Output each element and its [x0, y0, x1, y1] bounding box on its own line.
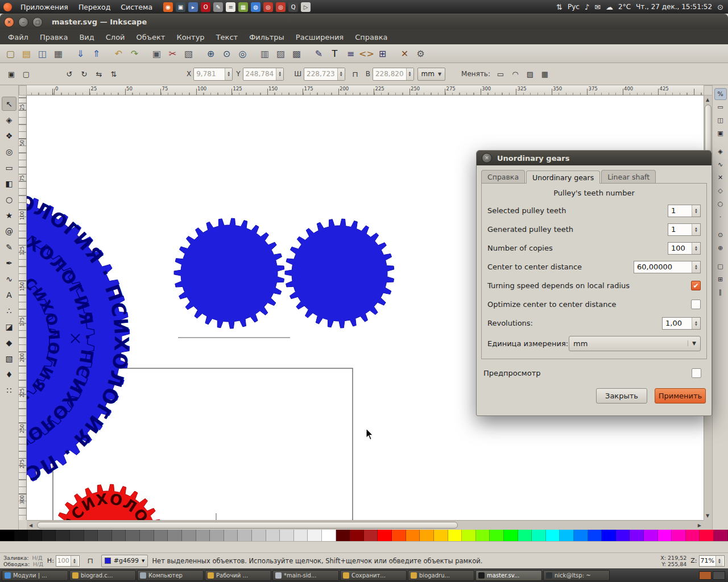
palette-swatch-34[interactable] [476, 530, 490, 541]
palette-swatch-13[interactable] [182, 530, 196, 541]
package-icon[interactable]: ▦ [238, 2, 248, 12]
zoom-drawing-button[interactable]: ⊙ [219, 46, 234, 61]
rotate-ccw-button[interactable]: ↺ [63, 67, 76, 81]
keyboard-layout-indicator[interactable]: Рус [568, 3, 580, 11]
horizontal-ruler[interactable]: 0255075100125150175200225250275300325350… [27, 85, 704, 95]
palette-swatch-8[interactable] [112, 530, 126, 541]
window-close-button[interactable]: ✕ [4, 17, 14, 27]
snap-rotation-centers-toggle[interactable]: ⊕ [714, 242, 727, 254]
close-button[interactable]: Закрыть [596, 388, 647, 404]
palette-swatch-48[interactable] [672, 530, 686, 541]
dialog-titlebar[interactable]: ✕ Unordinary gears [477, 151, 712, 165]
export-button[interactable]: ⇑ [89, 46, 104, 61]
taskbar-window-desktop[interactable]: Рабочий ... [205, 570, 271, 581]
spinner-arrows[interactable]: ▲▼ [692, 261, 700, 273]
palette-swatch-30[interactable] [420, 530, 434, 541]
palette-swatch-9[interactable] [126, 530, 140, 541]
zoom-page-button[interactable]: ◎ [235, 46, 250, 61]
palette-swatch-37[interactable] [518, 530, 532, 541]
palette-swatch-49[interactable] [686, 530, 700, 541]
zoom-selection-button[interactable]: ⊕ [203, 46, 218, 61]
pen-tool[interactable]: ✒ [2, 256, 16, 270]
palette-swatch-36[interactable] [504, 530, 518, 541]
snap-guides-toggle[interactable]: ∥ [714, 286, 727, 298]
snap-paths-toggle[interactable]: ∿ [714, 159, 727, 171]
palette-swatch-31[interactable] [434, 530, 448, 541]
print-button[interactable]: ▦ [51, 46, 66, 61]
palette-swatch-2[interactable] [28, 530, 42, 541]
spinner-arrows[interactable]: ▲▼ [225, 68, 232, 80]
taskbar-window-terminal[interactable]: nick@ltsp: ~ [543, 570, 610, 581]
palette-swatch-21[interactable] [294, 530, 308, 541]
snap-grids-toggle[interactable]: ⊞ [714, 273, 727, 285]
spinner-arrows[interactable]: ▲▼ [692, 318, 700, 329]
connector-tool[interactable]: ∷ [2, 383, 16, 397]
spinner-arrows[interactable]: ▲▼ [692, 224, 700, 235]
window-minimize-button[interactable]: – [18, 17, 28, 27]
palette-swatch-38[interactable] [532, 530, 546, 541]
dialog-checkbox-4[interactable]: ✔ [691, 281, 701, 290]
firefox-icon[interactable]: ◉ [163, 2, 173, 12]
palette-swatch-23[interactable] [322, 530, 336, 541]
panel-menu-2[interactable]: Система [115, 3, 158, 11]
palette-swatch-29[interactable] [406, 530, 420, 541]
dropper-tool[interactable]: ♦ [2, 367, 16, 381]
snap-nodes-toggle[interactable]: ◈ [714, 146, 727, 157]
dialog-tab-0[interactable]: Справка [481, 170, 525, 183]
palette-swatch-4[interactable] [56, 530, 70, 541]
preview-checkbox[interactable] [692, 368, 701, 378]
snap-object-centers-toggle[interactable]: ⊙ [714, 229, 727, 241]
x-spinbox[interactable]: 9,781▲▼ [193, 68, 233, 81]
transform-stroke-toggle[interactable]: ▭ [494, 67, 507, 81]
menubar-item-3[interactable]: Слой [100, 31, 131, 44]
power-icon[interactable]: ⊙ [717, 3, 723, 11]
menubar-item-2[interactable]: Вид [73, 31, 100, 44]
fill-stroke-indicator[interactable]: Заливка:Н/Д Обводка:Н/Д [3, 555, 43, 567]
ellipse-tool[interactable]: ○ [2, 192, 16, 206]
gimp-icon[interactable]: ✎ [213, 2, 223, 12]
snap-master-toggle[interactable]: % [714, 88, 727, 100]
palette-swatch-6[interactable] [84, 530, 98, 541]
dialog-spinbox-3[interactable]: 60,00000▲▼ [634, 261, 701, 273]
palette-swatch-44[interactable] [616, 530, 630, 541]
palette-swatch-18[interactable] [252, 530, 266, 541]
palette-swatch-33[interactable] [462, 530, 476, 541]
horizontal-scrollbar[interactable]: ◀ ▶ [27, 520, 704, 530]
palette-swatch-35[interactable] [490, 530, 504, 541]
transform-pattern-toggle[interactable]: ▦ [538, 67, 552, 81]
rectangle-tool[interactable]: ▭ [2, 160, 16, 174]
workspace-2[interactable] [713, 571, 725, 580]
snap-cusp-nodes-toggle[interactable]: ◇ [714, 185, 727, 197]
text-tool[interactable]: А [2, 288, 16, 302]
palette-swatch-50[interactable] [700, 530, 714, 541]
flip-vertical-button[interactable]: ⇅ [107, 67, 121, 81]
palette-swatch-10[interactable] [140, 530, 154, 541]
vertical-ruler[interactable]: 255075100125150175200225250275300 [19, 95, 27, 520]
horizontal-scroll-thumb[interactable] [37, 522, 458, 529]
palette-swatch-32[interactable] [448, 530, 462, 541]
zoom-tool[interactable]: ◎ [2, 144, 16, 159]
new-document-button[interactable]: ▢ [3, 46, 18, 61]
selector-tool[interactable]: ↖ [2, 97, 16, 111]
star-tool[interactable]: ★ [2, 208, 16, 222]
tweak-tool[interactable]: ❖ [2, 128, 16, 143]
select-all-button[interactable]: ▣ [5, 67, 18, 81]
preferences-button[interactable]: ✕ [397, 46, 412, 61]
paste-button[interactable]: ▧ [181, 46, 196, 61]
taskbar-window-moduli[interactable]: Модули | ... [2, 570, 68, 581]
palette-swatch-26[interactable] [364, 530, 378, 541]
eraser-tool[interactable]: ◪ [2, 319, 16, 334]
undo-button[interactable]: ↶ [111, 46, 126, 61]
palette-swatch-28[interactable] [392, 530, 406, 541]
palette-swatch-27[interactable] [378, 530, 392, 541]
zoom-spinner[interactable]: 71%▲▼ [699, 555, 725, 567]
network-icon[interactable]: ⇅ [556, 3, 562, 11]
spinner-arrows[interactable]: ▲▼ [715, 556, 723, 566]
palette-swatch-39[interactable] [546, 530, 560, 541]
rotate-cw-button[interactable]: ↻ [77, 67, 91, 81]
palette-swatch-43[interactable] [602, 530, 616, 541]
workspace-1[interactable] [699, 571, 712, 580]
dialog-spinbox-1[interactable]: 1▲▼ [668, 223, 701, 236]
search-icon[interactable]: Q [288, 2, 298, 12]
window-maximize-button[interactable]: □ [32, 17, 43, 27]
